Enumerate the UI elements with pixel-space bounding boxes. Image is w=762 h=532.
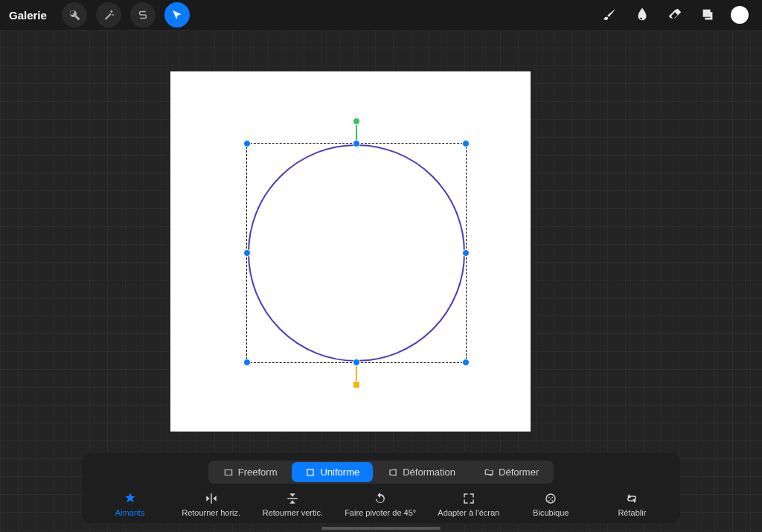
eraser-button[interactable] bbox=[665, 5, 685, 25]
warp-icon bbox=[484, 467, 494, 478]
transform-actions-row: Aimants Retourner horiz. Retourner verti… bbox=[82, 488, 680, 523]
brush-icon bbox=[601, 7, 618, 23]
action-magnetics-label: Aimants bbox=[115, 508, 145, 517]
handle-bottom-right[interactable] bbox=[462, 359, 470, 366]
action-reset-label: Rétablir bbox=[618, 508, 646, 517]
smudge-button[interactable] bbox=[633, 5, 652, 25]
action-flip-h-label: Retourner horiz. bbox=[182, 508, 240, 517]
brush-button[interactable] bbox=[600, 5, 619, 25]
handle-middle-right[interactable] bbox=[462, 249, 470, 257]
action-rotate-45[interactable]: Faire pivoter de 45° bbox=[345, 492, 416, 517]
freeform-icon bbox=[223, 467, 234, 478]
color-picker-button[interactable] bbox=[731, 6, 749, 24]
mode-uniform[interactable]: Uniforme bbox=[292, 462, 373, 482]
canvas[interactable] bbox=[170, 71, 531, 432]
mode-distort[interactable]: Déformation bbox=[374, 462, 469, 482]
adjustments-button[interactable] bbox=[96, 2, 121, 28]
handle-bottom-left[interactable] bbox=[243, 359, 251, 366]
uniform-icon bbox=[305, 467, 316, 478]
mode-warp[interactable]: Déformer bbox=[470, 462, 552, 482]
canvas-area[interactable]: Freeform Uniforme Déformation Déformer bbox=[0, 30, 762, 532]
rotation-handle-top[interactable] bbox=[353, 118, 360, 125]
transform-mode-segmented: Freeform Uniforme Déformation Déformer bbox=[208, 461, 554, 484]
action-rotate-label: Faire pivoter de 45° bbox=[345, 508, 416, 517]
smudge-icon bbox=[634, 7, 650, 23]
transform-button[interactable] bbox=[164, 2, 190, 28]
magnet-icon bbox=[124, 492, 137, 505]
eraser-icon bbox=[667, 7, 683, 23]
gallery-button[interactable]: Galerie bbox=[9, 9, 47, 22]
flip-horizontal-icon bbox=[205, 492, 218, 505]
mode-freeform-label: Freeform bbox=[238, 467, 278, 478]
action-flip-vertical[interactable]: Retourner vertic. bbox=[263, 492, 323, 517]
top-toolbar: Galerie bbox=[0, 0, 762, 30]
selection-button[interactable] bbox=[130, 2, 156, 28]
cursor-arrow-icon bbox=[170, 8, 184, 22]
handle-bottom-center[interactable] bbox=[353, 359, 360, 366]
action-flip-v-label: Retourner vertic. bbox=[263, 508, 323, 517]
distort-icon bbox=[388, 467, 398, 478]
home-indicator bbox=[321, 527, 441, 530]
reset-icon bbox=[625, 492, 638, 505]
action-flip-horizontal[interactable]: Retourner horiz. bbox=[182, 492, 241, 517]
mode-uniform-label: Uniforme bbox=[320, 467, 359, 478]
top-right-group bbox=[600, 5, 753, 25]
wrench-icon bbox=[68, 8, 81, 22]
action-interpolation[interactable]: Bicubique bbox=[521, 492, 580, 517]
selection-s-icon bbox=[136, 8, 150, 22]
rotate-icon bbox=[374, 492, 387, 505]
action-fit-label: Adapter à l'écran bbox=[438, 508, 499, 517]
interpolation-icon bbox=[544, 492, 557, 505]
action-magnetics[interactable]: Aimants bbox=[100, 492, 160, 517]
transform-panel: Freeform Uniforme Déformation Déformer bbox=[82, 453, 680, 523]
top-left-group: Galerie bbox=[9, 2, 193, 28]
flip-vertical-icon bbox=[286, 492, 299, 505]
fit-screen-icon bbox=[462, 492, 476, 505]
layers-button[interactable] bbox=[698, 5, 717, 25]
action-fit-screen[interactable]: Adapter à l'écran bbox=[438, 492, 499, 517]
action-interp-label: Bicubique bbox=[533, 508, 569, 517]
selection-bounding-box[interactable] bbox=[246, 143, 467, 363]
handle-middle-left[interactable] bbox=[243, 249, 251, 257]
handle-top-right[interactable] bbox=[462, 140, 470, 147]
layers-icon bbox=[699, 7, 716, 23]
wand-icon bbox=[102, 8, 115, 22]
mode-freeform[interactable]: Freeform bbox=[210, 462, 291, 482]
actions-button[interactable] bbox=[62, 2, 87, 28]
action-reset[interactable]: Rétablir bbox=[602, 492, 662, 517]
anchor-handle-bottom[interactable] bbox=[353, 381, 360, 388]
handle-top-left[interactable] bbox=[243, 140, 251, 147]
handle-top-center[interactable] bbox=[353, 140, 360, 147]
mode-warp-label: Déformer bbox=[499, 467, 539, 478]
mode-distort-label: Déformation bbox=[403, 467, 455, 478]
transform-mode-row: Freeform Uniforme Déformation Déformer bbox=[82, 453, 680, 488]
